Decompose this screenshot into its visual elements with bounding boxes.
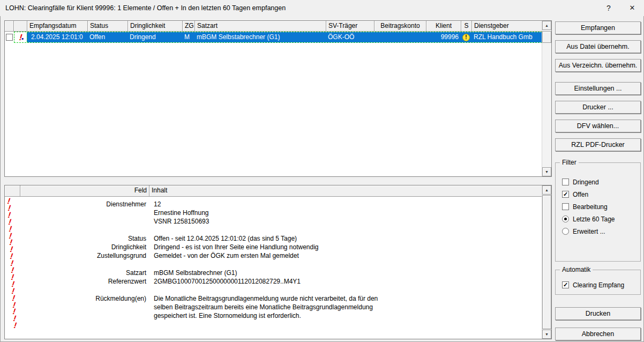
filter-offen-label: Offen bbox=[573, 191, 588, 198]
cell-s: ! bbox=[461, 34, 471, 41]
header-satzart[interactable]: Satzart bbox=[195, 21, 326, 32]
cell-dringlichkeit: Dringend bbox=[128, 32, 182, 42]
checkbox-unchecked[interactable] bbox=[562, 179, 569, 185]
help-icon[interactable]: ? bbox=[600, 0, 617, 16]
filter-bearbeitung-option[interactable]: Bearbeitung bbox=[562, 203, 608, 211]
scrollbar-thumb[interactable] bbox=[542, 195, 551, 329]
header-s[interactable]: S bbox=[461, 21, 472, 32]
detail-feld: Status bbox=[5, 234, 149, 243]
scroll-up-icon[interactable]: ▲ bbox=[542, 21, 551, 30]
scroll-down-icon[interactable]: ▼ bbox=[542, 330, 551, 339]
checkbox-checked[interactable]: ✓ bbox=[562, 191, 569, 198]
detail-feld bbox=[5, 311, 149, 320]
detail-panel: Feld Inhalt !!!!!!!!!!!!!!!!!!! Dienstne… bbox=[4, 185, 552, 339]
filter-erweitert-option[interactable]: Erweitert ... bbox=[562, 227, 605, 235]
einstellungen-button[interactable]: Einstellungen ... bbox=[555, 82, 641, 95]
clearing-dialog: { "window": { "title": "LOHN: Clearingfä… bbox=[0, 0, 644, 342]
header-dienstgeber[interactable]: Dienstgeber bbox=[472, 21, 542, 32]
detail-feld bbox=[5, 217, 149, 226]
header-empfangsdatum[interactable]: Empfangsdatum bbox=[27, 21, 88, 32]
automatik-groupbox-label: Automatik bbox=[560, 266, 593, 273]
radio-unselected[interactable] bbox=[562, 228, 569, 235]
list-header-row: Empfangsdatum Status Dringlichkeit ZG Sa… bbox=[5, 21, 542, 32]
aus-verzeichnis-uebernehmen-button[interactable]: Aus Verzeichn. übernehm. bbox=[555, 59, 641, 72]
detail-inhalt: Offen - seit 12.04.2025 12:01:02 (das si… bbox=[149, 234, 542, 243]
detail-inhalt bbox=[149, 260, 542, 269]
drucker-button[interactable]: Drucker ... bbox=[555, 101, 641, 114]
clearing-empfang-option[interactable]: ✓ Clearing Empfang bbox=[562, 281, 624, 289]
scroll-down-icon[interactable]: ▼ bbox=[542, 167, 551, 176]
detail-feld bbox=[5, 226, 149, 234]
detail-inhalt: VSNR 1258150693 bbox=[149, 217, 542, 226]
warning-badge-icon: ! bbox=[462, 34, 470, 41]
window-title: LOHN: Clearingfälle für Klient 99996: 1 … bbox=[5, 0, 286, 16]
detail-header-inhalt[interactable]: Inhalt bbox=[149, 185, 542, 197]
scroll-up-icon[interactable]: ▲ bbox=[542, 185, 551, 195]
automatik-groupbox: Automatik ✓ Clearing Empfang bbox=[555, 270, 641, 295]
row-selected-region[interactable]: 2.04.2025 12:01:0 Offen Dringend M mBGM … bbox=[27, 32, 542, 42]
aus-datei-uebernehmen-button[interactable]: Aus Datei übernehm. bbox=[555, 40, 641, 53]
header-klient[interactable]: Klient bbox=[426, 21, 461, 32]
row-focus-rect: ! 2.04.2025 12:01:0 Offen Dringend M mBG… bbox=[14, 32, 542, 43]
detail-feld bbox=[5, 286, 149, 294]
scrollbar-thumb[interactable] bbox=[542, 31, 551, 43]
filter-bearbeitung-label: Bearbeitung bbox=[573, 203, 608, 211]
header-zg[interactable]: ZG bbox=[183, 21, 195, 32]
row-checkbox-cell bbox=[5, 32, 14, 43]
filter-dringend-option[interactable]: Dringend bbox=[562, 178, 599, 186]
header-icon-col[interactable] bbox=[14, 21, 27, 32]
clearing-empfang-label: Clearing Empfang bbox=[573, 281, 624, 289]
drucken-button[interactable]: Drucken bbox=[555, 307, 641, 320]
detail-feld bbox=[5, 260, 149, 269]
detail-inhalt: gespeichert ist. Eine Stornomeldung ist … bbox=[149, 311, 542, 320]
clearing-list-panel: Empfangsdatum Status Dringlichkeit ZG Sa… bbox=[4, 20, 552, 177]
header-checkbox-col[interactable] bbox=[5, 21, 14, 32]
filter-offen-option[interactable]: ✓ Offen bbox=[562, 190, 588, 198]
filter-letzte-60-tage-label: Letzte 60 Tage bbox=[573, 215, 615, 223]
cell-empfangsdatum: 2.04.2025 12:01:0 bbox=[27, 32, 87, 42]
detail-feld: Satzart bbox=[5, 269, 149, 277]
detail-feld: Referenzwert bbox=[5, 277, 149, 286]
checkbox-unchecked[interactable] bbox=[562, 203, 569, 210]
detail-inhalt: Dringend - es ist von Ihrer Seite eine H… bbox=[149, 243, 542, 251]
check-icon: ✓ bbox=[563, 282, 568, 288]
cell-sv-traeger: ÖGK-OÖ bbox=[326, 32, 374, 42]
list-vertical-scrollbar[interactable]: ▲ ▼ bbox=[542, 21, 551, 176]
detail-header-feld[interactable]: Feld bbox=[20, 185, 149, 197]
detail-inhalt: Gemeldet - von der ÖGK zum ersten Mal ge… bbox=[149, 251, 542, 260]
abbrechen-button[interactable]: Abbrechen bbox=[555, 328, 641, 340]
radio-selected[interactable] bbox=[562, 215, 569, 222]
detail-feld: Rückmeldung(en) bbox=[5, 294, 149, 303]
rzl-pdf-drucker-button[interactable]: RZL PDF-Drucker bbox=[555, 138, 641, 151]
empfangen-button[interactable]: Empfangen bbox=[555, 21, 641, 34]
urgent-exclamation-icon: ! bbox=[19, 34, 23, 41]
detail-feld bbox=[5, 303, 149, 311]
header-beitragskonto[interactable]: Beitragskonto bbox=[375, 21, 426, 32]
detail-inhalt: Die Monatliche Beitragsgrundlagenmeldung… bbox=[149, 294, 542, 303]
header-sv-traeger[interactable]: SV-Träger bbox=[326, 21, 375, 32]
check-icon: ✓ bbox=[563, 191, 568, 197]
detail-inhalt: selben Beitragszeitraum bereits eine Mon… bbox=[149, 303, 542, 311]
filter-letzte-60-tage-option[interactable]: Letzte 60 Tage bbox=[562, 215, 615, 223]
table-row[interactable]: ! 2.04.2025 12:01:0 Offen Dringend M mBG… bbox=[5, 32, 542, 43]
checkbox-checked[interactable]: ✓ bbox=[562, 281, 569, 288]
detail-inhalt: mBGM Selbstabrechner (G1) bbox=[149, 269, 542, 277]
filter-erweitert-label: Erweitert ... bbox=[573, 228, 605, 235]
detail-inhalt bbox=[149, 286, 542, 294]
cell-status: Offen bbox=[87, 32, 128, 42]
detail-vertical-scrollbar[interactable]: ▲ ▼ bbox=[542, 185, 551, 339]
close-icon[interactable]: ✕ bbox=[624, 0, 641, 16]
detail-inhalt: 12 bbox=[149, 200, 542, 209]
detail-feld bbox=[5, 209, 149, 217]
detail-feld: Zustellungsgrund bbox=[5, 251, 149, 260]
cell-klient: 99996 bbox=[426, 32, 461, 42]
cell-satzart: mBGM Selbstabrechner (G1) bbox=[194, 32, 326, 42]
header-status[interactable]: Status bbox=[88, 21, 128, 32]
radio-dot bbox=[564, 218, 567, 220]
title-bar: LOHN: Clearingfälle für Klient 99996: 1 … bbox=[0, 0, 644, 16]
row-checkbox[interactable] bbox=[6, 34, 13, 41]
filter-dringend-label: Dringend bbox=[573, 179, 599, 186]
header-dringlichkeit[interactable]: Dringlichkeit bbox=[128, 21, 183, 32]
dfv-waehlen-button[interactable]: DFV wählen... bbox=[555, 120, 641, 132]
detail-feld: Dringlichkeit bbox=[5, 243, 149, 251]
